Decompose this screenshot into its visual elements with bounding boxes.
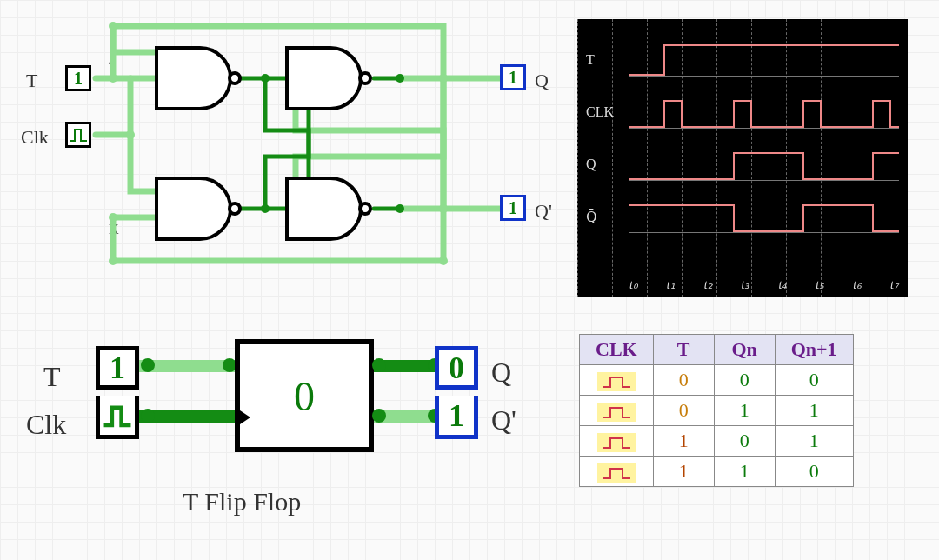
th-clk: CLK (580, 335, 654, 365)
diagram-title: T Flip Flop (183, 487, 301, 517)
truth-table: CLK T Qn Qn+1 0 0 0 0 1 1 1 0 1 1 1 0 (579, 334, 854, 487)
output-q-value: 1 (509, 68, 517, 88)
block-q-label: Q (491, 357, 511, 388)
svg-point-10 (396, 74, 404, 83)
table-row: 1 0 1 (580, 426, 854, 457)
timing-row-t: T (629, 37, 899, 89)
table-row: 1 1 0 (580, 457, 854, 487)
flipflop-block: 0 (235, 339, 374, 452)
timing-row-clk: CLK (629, 89, 899, 141)
svg-point-0 (109, 74, 117, 83)
input-t-value: 1 (74, 69, 83, 89)
timing-row-qbar: Q̄ (629, 193, 899, 245)
block-clk-box (96, 396, 139, 439)
svg-point-8 (261, 74, 270, 83)
svg-point-7 (109, 257, 117, 265)
block-t-label: T (43, 361, 61, 392)
th-qn1: Qn+1 (775, 335, 853, 365)
table-row: 0 0 0 (580, 365, 854, 396)
svg-point-9 (261, 204, 270, 213)
gate-circuit-svg (87, 17, 548, 278)
block-clk-label: Clk (26, 409, 66, 440)
input-t-label: T (26, 70, 37, 91)
svg-point-1 (126, 130, 135, 139)
output-qbar-box: 1 (500, 195, 526, 221)
svg-point-14 (230, 203, 240, 214)
output-qbar-value: 1 (509, 198, 517, 218)
svg-point-13 (360, 73, 370, 83)
svg-point-5 (439, 257, 448, 265)
svg-point-4 (439, 204, 448, 213)
svg-point-12 (230, 73, 240, 83)
output-q-label: Q (535, 70, 549, 91)
svg-point-2 (109, 22, 117, 30)
svg-point-6 (109, 213, 117, 222)
time-axis-labels: t₀t₁ t₂t₃ t₄t₅ t₆t₇ (629, 277, 899, 292)
block-t-box: 1 (96, 346, 139, 390)
clock-rising-icon (597, 372, 636, 391)
block-qbar-label: Q' (491, 404, 516, 436)
th-qn: Qn (714, 335, 775, 365)
table-row: 0 1 1 (580, 396, 854, 426)
timing-row-q: Q (629, 141, 899, 193)
input-clk-label: Clk (21, 126, 49, 148)
clock-rising-icon (597, 463, 636, 483)
svg-point-15 (360, 203, 370, 214)
svg-point-11 (396, 204, 404, 213)
output-qbar-label: Q' (535, 200, 552, 222)
clock-rising-icon (597, 403, 636, 422)
timing-diagram: T CLK Q Q̄ t₀t₁ t₂t₃ t₄t₅ t₆t₇ (577, 19, 908, 297)
block-qbar-box: 1 (435, 396, 478, 439)
th-t: T (653, 335, 714, 365)
clock-rising-icon (597, 433, 636, 452)
svg-point-3 (439, 74, 448, 83)
output-q-box: 1 (500, 64, 526, 90)
block-q-box: 0 (435, 346, 478, 390)
